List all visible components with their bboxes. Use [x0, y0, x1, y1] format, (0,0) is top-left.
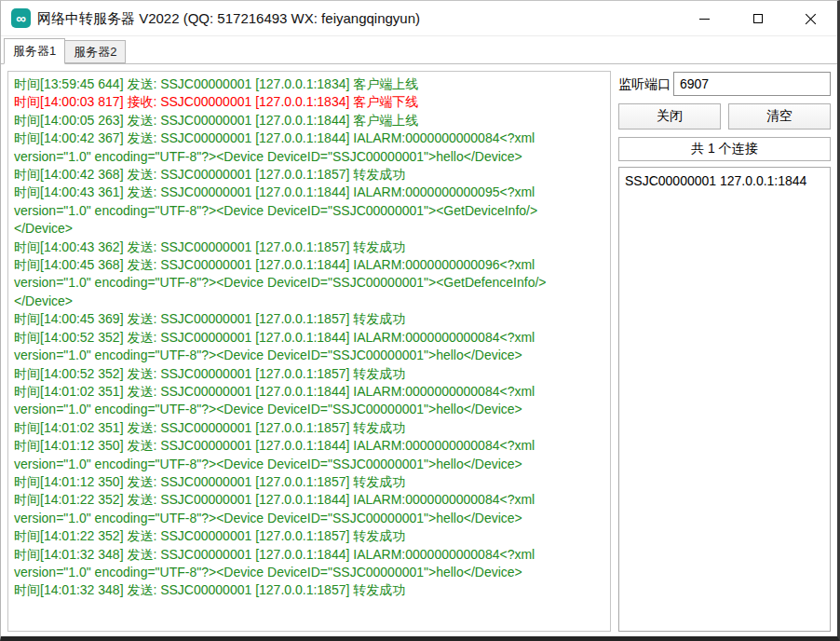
window-title: 网络中转服务器 V2022 (QQ: 517216493 WX: feiyang…: [37, 10, 420, 28]
tab-server-2[interactable]: 服务器2: [64, 40, 126, 63]
log-entry: 时间[14:01:12 350] 发送: SSJC00000001 [127.0…: [14, 473, 593, 491]
listen-port-label: 监听端口: [618, 76, 671, 93]
maximize-icon: [753, 14, 763, 23]
log-entry: 时间[14:00:42 368] 发送: SSJC00000001 [127.0…: [14, 166, 593, 184]
log-entry: 时间[14:00:05 263] 发送: SSJC00000001 [127.0…: [14, 112, 593, 130]
window-controls: [678, 1, 837, 36]
log-entry: 时间[14:00:52 352] 发送: SSJC00000001 [127.0…: [14, 365, 593, 383]
log-entry: 时间[14:00:43 361] 发送: SSJC00000001 [127.0…: [14, 184, 593, 238]
log-entry: 时间[14:00:03 817] 接收: SSJC00000001 [127.0…: [14, 93, 593, 111]
connection-item[interactable]: SSJC00000001 127.0.0.1:1844: [625, 171, 824, 190]
tab-server-1[interactable]: 服务器1: [4, 38, 65, 64]
title-bar: ∞ 网络中转服务器 V2022 (QQ: 517216493 WX: feiya…: [1, 1, 837, 36]
app-logo-icon: ∞: [11, 8, 31, 28]
connection-list[interactable]: SSJC00000001 127.0.0.1:1844: [618, 167, 831, 632]
log-entry: 时间[13:59:45 644] 发送: SSJC00000001 [127.0…: [14, 75, 593, 93]
log-entry: 时间[14:01:12 350] 发送: SSJC00000001 [127.0…: [14, 437, 593, 473]
minimize-icon: [699, 19, 710, 20]
log-entry: 时间[14:01:32 348] 发送: SSJC00000001 [127.0…: [14, 581, 593, 599]
close-icon: [805, 13, 817, 25]
tab-bar: 服务器1服务器2: [1, 37, 837, 64]
connection-count-label: 共 1 个连接: [618, 137, 831, 161]
close-window-button[interactable]: [784, 1, 837, 36]
minimize-button[interactable]: [678, 1, 731, 36]
log-entry: 时间[14:01:02 351] 发送: SSJC00000001 [127.0…: [14, 419, 593, 437]
log-entry: 时间[14:00:42 367] 发送: SSJC00000001 [127.0…: [14, 130, 593, 166]
log-entry: 时间[14:00:43 362] 发送: SSJC00000001 [127.0…: [14, 239, 593, 256]
log-entry: 时间[14:00:52 352] 发送: SSJC00000001 [127.0…: [14, 329, 593, 365]
log-textarea[interactable]: 时间[13:59:45 644] 发送: SSJC00000001 [127.0…: [7, 71, 611, 632]
close-server-button[interactable]: 关闭: [618, 103, 721, 130]
log-entry: 时间[14:00:45 369] 发送: SSJC00000001 [127.0…: [14, 310, 593, 328]
listen-port-input[interactable]: [673, 72, 831, 96]
log-entry: 时间[14:01:22 352] 发送: SSJC00000001 [127.0…: [14, 491, 593, 527]
maximize-button[interactable]: [731, 1, 784, 36]
log-entry: 时间[14:01:02 351] 发送: SSJC00000001 [127.0…: [14, 383, 593, 419]
clear-log-button[interactable]: 清空: [728, 103, 831, 130]
app-window: ∞ 网络中转服务器 V2022 (QQ: 517216493 WX: feiya…: [0, 0, 840, 641]
log-entry: 时间[14:00:45 368] 发送: SSJC00000001 [127.0…: [14, 256, 593, 310]
log-entry: 时间[14:01:32 348] 发送: SSJC00000001 [127.0…: [14, 546, 593, 582]
log-entry: 时间[14:01:22 352] 发送: SSJC00000001 [127.0…: [14, 527, 593, 545]
